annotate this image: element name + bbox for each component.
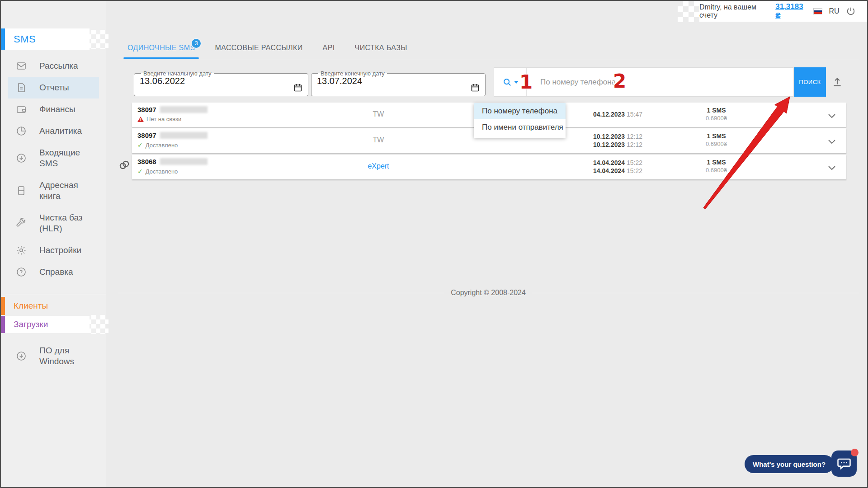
footer-rule bbox=[118, 293, 444, 293]
active-tab-underline bbox=[123, 57, 199, 59]
sidebar-item-spravka[interactable]: Справка bbox=[1, 261, 106, 283]
tab-base-cleaning[interactable]: ЧИСТКА БАЗЫ bbox=[355, 44, 407, 59]
message-dates: 04.12.2023 15:47 bbox=[593, 110, 642, 118]
chat-prompt-bubble[interactable]: What's your question? bbox=[745, 455, 834, 473]
sidebar: SMS Рассылка Отчеты Финансы Аналитика bbox=[1, 1, 106, 487]
menu-item-by-phone[interactable]: По номеру телефона bbox=[474, 103, 566, 119]
clients-accent-bar bbox=[1, 297, 5, 315]
sidebar-item-downloads[interactable]: Загрузки bbox=[1, 316, 90, 333]
sidebar-brand[interactable]: SMS bbox=[1, 28, 90, 50]
sidebar-item-otchety[interactable]: Отчеты bbox=[8, 77, 99, 99]
sidebar-item-label: Настройки bbox=[39, 245, 96, 256]
sender-name: TW bbox=[354, 136, 403, 144]
search-type-menu: По номеру телефона По имени отправителя bbox=[474, 103, 566, 138]
report-icon bbox=[16, 82, 27, 93]
phone-number: 38097 bbox=[137, 131, 156, 139]
sidebar-item-label: Входящие SMS bbox=[39, 147, 96, 169]
start-date-field[interactable]: Введите начальную дату bbox=[134, 70, 308, 96]
phone-block: 38097 Нет на связи bbox=[137, 106, 208, 122]
date: 14.04.2024 bbox=[593, 159, 625, 166]
address-book-icon bbox=[16, 185, 27, 196]
chat-button[interactable] bbox=[831, 450, 857, 477]
downloads-accent-bar bbox=[1, 316, 5, 333]
sidebar-item-nastroyki[interactable]: Настройки bbox=[1, 239, 106, 261]
sms-count-block: 1 SMS 0.6900₴ bbox=[695, 132, 738, 147]
pixel-decor bbox=[87, 30, 108, 49]
time: 15:47 bbox=[627, 111, 642, 118]
redacted-number bbox=[160, 132, 208, 139]
end-date-field[interactable]: Введите конечную дату bbox=[311, 70, 486, 96]
export-icon[interactable] bbox=[830, 75, 844, 89]
annotation-step-2: 2 bbox=[613, 70, 626, 92]
calendar-icon[interactable] bbox=[293, 83, 302, 94]
redacted-number bbox=[160, 158, 208, 165]
software-label: ПО для Windows bbox=[39, 345, 82, 367]
phone-number: 38068 bbox=[137, 158, 156, 165]
sms-count: 1 SMS bbox=[695, 159, 738, 166]
delivered-check-icon: ✓ bbox=[137, 168, 143, 175]
end-date-input[interactable] bbox=[317, 76, 453, 86]
status-text: Доставлено bbox=[146, 168, 178, 175]
redacted-number bbox=[160, 106, 208, 113]
sidebar-item-incoming-sms[interactable]: Входящие SMS bbox=[1, 142, 106, 174]
menu-item-by-sender[interactable]: По имени отправителя bbox=[474, 119, 566, 136]
brand-label: SMS bbox=[14, 33, 36, 45]
envelope-icon bbox=[16, 61, 27, 71]
phone-number: 38097 bbox=[137, 106, 156, 113]
chat-icon bbox=[836, 456, 852, 471]
brand-accent-bar bbox=[1, 28, 5, 50]
start-date-input[interactable] bbox=[140, 76, 275, 86]
download-icon bbox=[16, 351, 27, 361]
time: 15:22 bbox=[627, 159, 642, 166]
app-window: SMS Рассылка Отчеты Финансы Аналитика bbox=[0, 0, 868, 488]
tab-mass-mailing[interactable]: МАССОВЫЕ РАССЫЛКИ bbox=[215, 44, 302, 59]
search-icon bbox=[502, 77, 512, 87]
search-box bbox=[494, 67, 794, 97]
sender-name: TW bbox=[354, 110, 403, 118]
pie-chart-icon bbox=[16, 126, 27, 136]
date: 10.12.2023 bbox=[593, 141, 625, 148]
tab-api[interactable]: API bbox=[323, 44, 335, 59]
tab-label: API bbox=[323, 44, 335, 52]
sender-name-link[interactable]: eXpert bbox=[354, 162, 403, 170]
tab-badge: 3 bbox=[192, 39, 201, 48]
sms-count-block: 1 SMS 0.6900₴ bbox=[695, 159, 738, 174]
incoming-sms-icon bbox=[16, 153, 27, 164]
sidebar-item-windows-software[interactable]: ПО для Windows bbox=[1, 345, 106, 367]
search-button[interactable]: ПОИСК bbox=[794, 67, 826, 97]
sidebar-item-address-book[interactable]: Адресная книга bbox=[1, 174, 106, 207]
tab-single-sms[interactable]: ОДИНОЧНЫЕ SMS 3 bbox=[127, 44, 195, 59]
sidebar-item-clients[interactable]: Клиенты bbox=[1, 297, 106, 315]
sidebar-item-label: Чистка баз (HLR) bbox=[39, 212, 96, 234]
wrench-icon bbox=[16, 218, 27, 229]
calendar-icon[interactable] bbox=[471, 83, 480, 94]
status-text: Доставлено bbox=[146, 142, 178, 149]
date: 04.12.2023 bbox=[593, 111, 625, 118]
tab-label: МАССОВЫЕ РАССЫЛКИ bbox=[215, 44, 302, 52]
sidebar-item-rassylka[interactable]: Рассылка bbox=[1, 55, 106, 77]
status-text: Нет на связи bbox=[146, 116, 181, 122]
expand-chevron-icon[interactable] bbox=[828, 112, 835, 120]
sidebar-item-analitika[interactable]: Аналитика bbox=[1, 120, 106, 142]
expand-chevron-icon[interactable] bbox=[828, 164, 835, 172]
sidebar-item-hlr[interactable]: Чистка баз (HLR) bbox=[1, 207, 106, 239]
copyright-text: Copyright © 2008-2024 bbox=[451, 289, 526, 297]
search-input[interactable] bbox=[527, 78, 793, 87]
sidebar-item-label: Рассылка bbox=[39, 61, 96, 71]
phone-block: 38097 ✓ Доставлено bbox=[137, 131, 208, 149]
sms-price: 0.6900₴ bbox=[695, 141, 738, 147]
message-row[interactable]: 38068 ✓ Доставлено eXpert 14.04.2024 15:… bbox=[132, 155, 846, 179]
message-dates: 10.12.2023 12:12 10.12.2023 12:12 bbox=[593, 132, 642, 149]
tab-bar: ОДИНОЧНЫЕ SMS 3 МАССОВЫЕ РАССЫЛКИ API ЧИ… bbox=[127, 44, 407, 59]
footer: Copyright © 2008-2024 bbox=[118, 289, 859, 297]
sidebar-item-finansy[interactable]: Финансы bbox=[1, 99, 106, 120]
message-dates: 14.04.2024 15:22 14.04.2024 15:22 bbox=[593, 159, 642, 175]
gear-icon bbox=[16, 245, 27, 256]
sms-count: 1 SMS bbox=[695, 132, 738, 140]
sidebar-item-label: Финансы bbox=[39, 104, 96, 115]
delivered-check-icon: ✓ bbox=[137, 141, 143, 149]
footer-rule bbox=[532, 293, 859, 293]
expand-chevron-icon[interactable] bbox=[828, 137, 835, 145]
warning-icon bbox=[137, 117, 144, 122]
notification-dot bbox=[851, 449, 859, 456]
